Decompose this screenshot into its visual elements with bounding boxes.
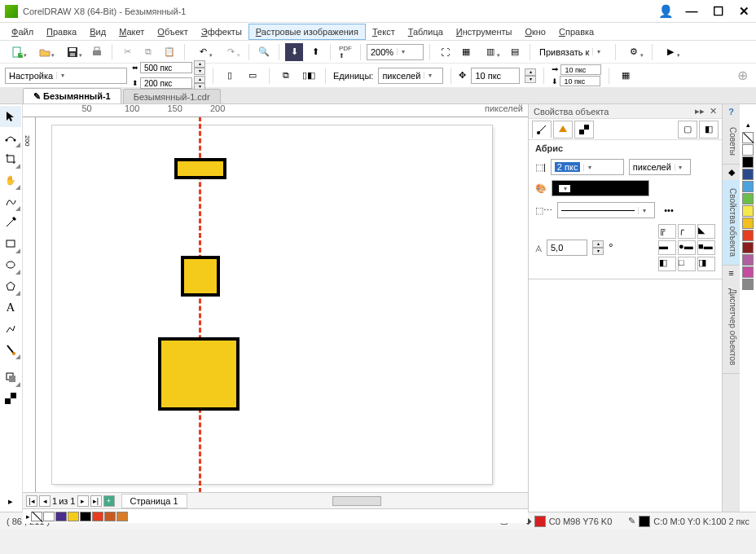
portrait-button[interactable]: ▯ bbox=[221, 67, 239, 85]
snap-combo[interactable]: Привязать к▾ bbox=[536, 44, 609, 60]
menu-окно[interactable]: Окно bbox=[518, 24, 552, 39]
prev-page-button[interactable]: ◂ bbox=[39, 495, 51, 507]
ellipse-tool[interactable] bbox=[0, 254, 21, 275]
polygon-tool[interactable] bbox=[0, 275, 21, 297]
menu-таблица[interactable]: Таблица bbox=[402, 24, 450, 39]
menu-инструменты[interactable]: Инструменты bbox=[450, 24, 519, 39]
doc-color-swatch[interactable] bbox=[80, 512, 91, 521]
color-swatch[interactable] bbox=[742, 218, 754, 229]
export-button[interactable]: ⬆ bbox=[306, 43, 324, 61]
menu-правка[interactable]: Правка bbox=[40, 24, 83, 39]
view-button[interactable]: ▥ bbox=[478, 43, 503, 61]
color-swatch[interactable] bbox=[742, 205, 754, 217]
color-swatch[interactable] bbox=[742, 156, 754, 168]
print-button[interactable] bbox=[88, 43, 106, 61]
currentpage-button[interactable]: ▯◧ bbox=[300, 67, 318, 85]
doc-color-swatch[interactable] bbox=[43, 512, 55, 521]
undo-button[interactable]: ↶ bbox=[191, 43, 215, 61]
add-page-button[interactable]: + bbox=[103, 495, 115, 507]
doc-color-swatch[interactable] bbox=[55, 512, 67, 521]
save-button[interactable] bbox=[60, 43, 85, 61]
color-swatch[interactable] bbox=[742, 144, 754, 156]
rectangle-shape[interactable] bbox=[174, 158, 226, 179]
cut-button[interactable]: ✂ bbox=[118, 43, 136, 61]
fill-swatch[interactable] bbox=[534, 516, 546, 527]
redo-button[interactable]: ↷ bbox=[218, 43, 243, 61]
add-button[interactable]: ⊕ bbox=[733, 67, 751, 85]
side-pin-icon[interactable]: ◆ bbox=[723, 165, 740, 180]
height-up[interactable]: ▴ bbox=[194, 76, 205, 83]
menu-эффекты[interactable]: Эффекты bbox=[195, 24, 248, 39]
palette-up-arrow[interactable]: ▴ bbox=[740, 121, 756, 129]
expand-toolbox[interactable]: ▸ bbox=[0, 490, 21, 512]
doc-color-swatch[interactable] bbox=[92, 512, 103, 521]
miter-input[interactable]: 5,0 bbox=[547, 240, 587, 256]
outline-swatch[interactable] bbox=[639, 516, 650, 527]
search-button[interactable]: 🔍 bbox=[255, 43, 273, 61]
minimize-button[interactable]: — bbox=[684, 4, 699, 19]
no-fill-swatch[interactable] bbox=[742, 132, 754, 143]
options-button[interactable]: ⚙ bbox=[622, 43, 646, 61]
panel-close-icon[interactable]: ✕ bbox=[710, 106, 717, 116]
color-swatch[interactable] bbox=[742, 266, 754, 278]
menu-файл[interactable]: Файл bbox=[5, 24, 40, 39]
crop-tool[interactable] bbox=[0, 148, 21, 169]
cap-flat[interactable]: ▬ bbox=[658, 240, 676, 255]
next-page-button[interactable]: ▸ bbox=[77, 495, 89, 507]
dropshadow-tool[interactable] bbox=[0, 367, 21, 388]
cap-square[interactable]: ■▬ bbox=[697, 240, 715, 255]
side-layers-icon[interactable]: ≡ bbox=[723, 266, 740, 280]
zoom-combo[interactable]: 200%▾ bbox=[367, 44, 424, 60]
menu-текст[interactable]: Текст bbox=[366, 24, 402, 39]
color-swatch[interactable] bbox=[742, 230, 754, 241]
nudge-up[interactable]: ▴ bbox=[525, 68, 536, 76]
outline-settings-button[interactable]: ••• bbox=[660, 201, 678, 219]
pdf-button[interactable]: PDF⬆ bbox=[336, 43, 354, 61]
artistic-tool[interactable] bbox=[0, 212, 21, 233]
drawing-canvas[interactable] bbox=[36, 117, 528, 492]
fullscreen-button[interactable]: ⛶ bbox=[436, 43, 454, 61]
horizontal-ruler[interactable]: пикселей 50100150200 bbox=[23, 104, 528, 117]
treat-button[interactable]: ▦ bbox=[617, 67, 635, 85]
pos-center[interactable]: □ bbox=[678, 257, 696, 271]
copy-button[interactable]: ⧉ bbox=[139, 43, 157, 61]
color-swatch[interactable] bbox=[742, 254, 754, 266]
corner-round[interactable]: ╭ bbox=[678, 224, 696, 239]
outline-tab[interactable] bbox=[532, 121, 552, 138]
menu-растровые изображения[interactable]: Растровые изображения bbox=[248, 24, 366, 40]
outline-units-combo[interactable]: пикселей▾ bbox=[629, 159, 691, 175]
pos-inside[interactable]: ◨ bbox=[697, 257, 715, 271]
dimension-tool[interactable] bbox=[0, 339, 21, 360]
width-down[interactable]: ▾ bbox=[194, 68, 205, 75]
panel-opt1[interactable]: ▢ bbox=[678, 121, 697, 138]
paste-button[interactable]: 📋 bbox=[160, 43, 178, 61]
rectangle-tool[interactable] bbox=[0, 233, 21, 254]
text-tool[interactable]: A bbox=[0, 297, 21, 318]
side-tab-hints[interactable]: Советы bbox=[723, 119, 740, 165]
palette-arrow-left[interactable]: ▸ bbox=[26, 512, 30, 521]
no-color-swatch[interactable] bbox=[31, 512, 42, 521]
rectangle-shape[interactable] bbox=[158, 337, 240, 411]
landscape-button[interactable]: ▭ bbox=[244, 67, 262, 85]
pos-outside[interactable]: ◧ bbox=[658, 257, 676, 271]
close-button[interactable]: ✕ bbox=[736, 4, 751, 19]
side-tab-properties[interactable]: Свойства объекта bbox=[723, 180, 740, 266]
doc-tab[interactable]: Безымянный-1.cdr bbox=[123, 89, 221, 103]
outline-style-combo[interactable]: ▾ bbox=[557, 202, 655, 218]
width-up[interactable]: ▴ bbox=[194, 60, 205, 68]
nudge-input[interactable]: 10 пкс bbox=[471, 68, 520, 84]
menu-справка[interactable]: Справка bbox=[552, 24, 600, 39]
doc-color-swatch[interactable] bbox=[116, 512, 128, 521]
units-combo[interactable]: пикселей▾ bbox=[378, 68, 443, 84]
table-tool[interactable] bbox=[0, 318, 21, 339]
open-button[interactable] bbox=[33, 43, 57, 61]
doc-color-swatch[interactable] bbox=[104, 512, 116, 521]
panel-collapse-icon[interactable]: ▸▸ bbox=[695, 106, 705, 116]
allpages-button[interactable]: ⧉ bbox=[277, 67, 295, 85]
corner-bevel[interactable]: ◣ bbox=[697, 224, 715, 239]
fill-tab[interactable] bbox=[553, 121, 573, 138]
import-button[interactable]: ⬇ bbox=[285, 43, 303, 61]
preview-button[interactable]: ▦ bbox=[457, 43, 475, 61]
color-swatch[interactable] bbox=[742, 181, 754, 192]
freehand-tool[interactable] bbox=[0, 191, 21, 212]
